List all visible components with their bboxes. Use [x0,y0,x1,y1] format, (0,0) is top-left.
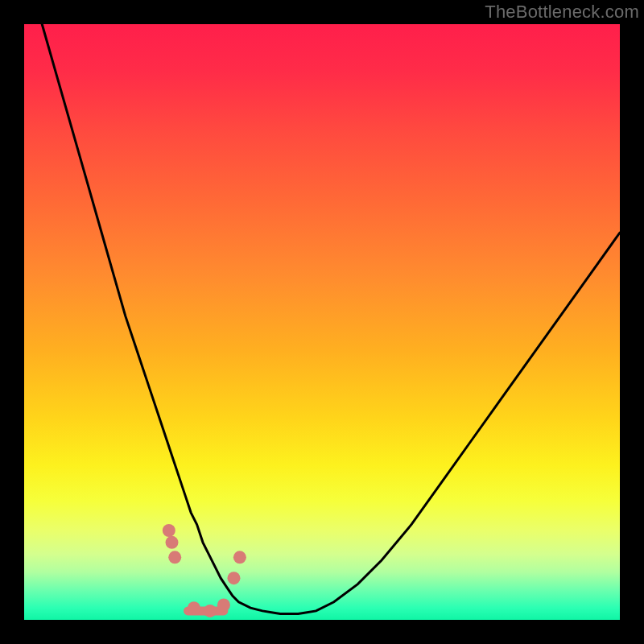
bottleneck-chart [0,0,644,644]
data-marker [233,551,246,564]
data-marker [227,572,240,584]
plot-background [24,24,620,620]
data-marker [217,599,230,612]
data-marker [168,551,181,564]
data-marker [204,605,217,617]
data-marker [166,536,179,549]
data-marker [188,601,200,614]
chart-frame: { "watermark": "TheBottleneck.com", "col… [0,0,644,644]
watermark-text: TheBottleneck.com [485,2,639,23]
data-marker [163,524,175,537]
